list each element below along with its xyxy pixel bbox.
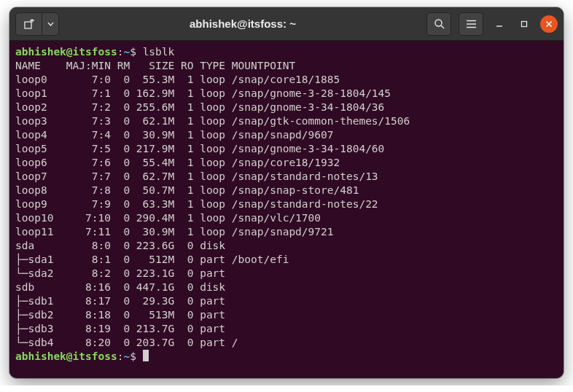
search-icon xyxy=(434,18,445,29)
lsblk-row: loop7 7:7 0 62.7M 1 loop /snap/standard-… xyxy=(15,170,558,184)
lsblk-row: └─sda2 8:2 0 223.1G 0 part xyxy=(15,267,558,281)
lsblk-row: └─sdb4 8:20 0 203.7G 0 part / xyxy=(15,336,558,350)
command-text: lsblk xyxy=(136,46,174,58)
titlebar-right-group xyxy=(426,12,558,36)
menu-button[interactable] xyxy=(459,12,483,36)
lsblk-row: ├─sda1 8:1 0 512M 0 part /boot/efi xyxy=(15,253,558,267)
close-icon xyxy=(545,20,553,28)
prompt-path: ~ xyxy=(123,46,130,58)
terminal-body[interactable]: abhishek@itsfoss:~$ lsblk NAME MAJ:MIN R… xyxy=(9,41,564,378)
lsblk-row: loop2 7:2 0 255.6M 1 loop /snap/gnome-3-… xyxy=(15,101,558,114)
titlebar-left-group xyxy=(15,12,59,36)
lsblk-output: loop0 7:0 0 55.3M 1 loop /snap/core18/18… xyxy=(15,73,558,350)
lsblk-row: loop5 7:5 0 217.9M 1 loop /snap/gnome-3-… xyxy=(15,142,558,156)
lsblk-row: loop4 7:4 0 30.9M 1 loop /snap/snapd/960… xyxy=(15,128,558,142)
lsblk-row: loop1 7:1 0 162.9M 1 loop /snap/gnome-3-… xyxy=(15,87,558,101)
chevron-down-icon xyxy=(47,22,54,26)
svg-rect-0 xyxy=(25,22,31,28)
svg-point-3 xyxy=(435,20,442,26)
lsblk-row: loop3 7:3 0 62.1M 1 loop /snap/gtk-commo… xyxy=(15,114,558,128)
new-tab-dropdown-button[interactable] xyxy=(42,12,59,36)
prompt-line-2: abhishek@itsfoss:~$ xyxy=(15,350,558,364)
prompt-line-1: abhishek@itsfoss:~$ lsblk xyxy=(15,45,558,59)
maximize-button[interactable] xyxy=(515,15,533,33)
lsblk-row: loop9 7:9 0 63.3M 1 loop /snap/standard-… xyxy=(15,197,558,211)
search-button[interactable] xyxy=(426,12,451,36)
lsblk-row: ├─sdb2 8:18 0 513M 0 part xyxy=(15,308,558,322)
prompt-dollar: $ xyxy=(130,46,136,58)
minimize-button[interactable] xyxy=(491,15,508,33)
cursor xyxy=(143,350,149,361)
lsblk-row: sda 8:0 0 223.6G 0 disk xyxy=(15,239,558,253)
prompt-user-host: abhishek@itsfoss xyxy=(15,46,117,58)
lsblk-row: ├─sdb1 8:17 0 29.3G 0 part xyxy=(15,294,558,308)
new-tab-button[interactable] xyxy=(15,12,42,36)
lsblk-row: loop11 7:11 0 30.9M 1 loop /snap/snapd/9… xyxy=(15,225,558,239)
lsblk-row: loop10 7:10 0 290.4M 1 loop /snap/vlc/17… xyxy=(15,211,558,225)
lsblk-row: loop0 7:0 0 55.3M 1 loop /snap/core18/18… xyxy=(15,73,558,87)
svg-rect-9 xyxy=(522,21,527,26)
minimize-icon xyxy=(495,20,504,28)
lsblk-row: sdb 8:16 0 447.1G 0 disk xyxy=(15,281,558,294)
lsblk-header: NAME MAJ:MIN RM SIZE RO TYPE MOUNTPOINT xyxy=(15,59,558,73)
close-button[interactable] xyxy=(540,15,558,33)
hamburger-icon xyxy=(466,20,477,28)
lsblk-row: loop8 7:8 0 50.7M 1 loop /snap/snap-stor… xyxy=(15,184,558,197)
lsblk-row: loop6 7:6 0 55.4M 1 loop /snap/core18/19… xyxy=(15,156,558,170)
terminal-window: abhishek@itsfoss: ~ abhishek@itsfoss:~$ … xyxy=(9,7,564,378)
titlebar: abhishek@itsfoss: ~ xyxy=(9,7,564,41)
svg-line-4 xyxy=(441,26,444,28)
maximize-icon xyxy=(520,20,529,28)
lsblk-row: ├─sdb3 8:19 0 213.7G 0 part xyxy=(15,322,558,336)
window-title: abhishek@itsfoss: ~ xyxy=(63,17,422,30)
new-tab-icon xyxy=(24,19,34,29)
